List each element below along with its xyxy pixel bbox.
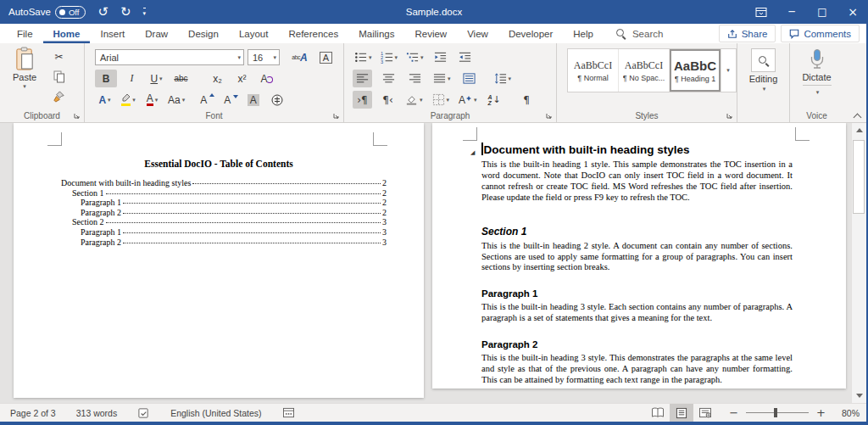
superscript-button[interactable]: x² — [232, 70, 252, 87]
italic-button[interactable]: I — [122, 70, 142, 87]
tab-references[interactable]: References — [278, 24, 348, 43]
asian-layout-button[interactable]: A ▾ — [457, 91, 479, 109]
format-painter-button[interactable] — [49, 87, 69, 104]
share-button[interactable]: Share — [719, 25, 776, 42]
borders-button[interactable]: ▾ — [431, 91, 452, 109]
text-highlight-button[interactable]: ▾ — [119, 91, 138, 109]
decrease-indent-button[interactable] — [431, 48, 450, 66]
scrollbar-thumb[interactable] — [853, 140, 865, 214]
comments-button[interactable]: Comments — [781, 25, 860, 42]
search-box[interactable]: Search — [615, 24, 663, 43]
distributed-button[interactable] — [459, 70, 479, 87]
tab-file[interactable]: File — [7, 24, 43, 43]
zoom-out-button[interactable]: − — [729, 406, 738, 419]
doc-heading[interactable]: Paragraph 1 — [481, 288, 793, 299]
tab-mailings[interactable]: Mailings — [348, 24, 404, 43]
styles-more-button[interactable]: ▾ — [721, 49, 733, 92]
toc-entry[interactable]: Paragraph 12 — [61, 198, 387, 208]
zoom-level[interactable]: 80% — [836, 408, 860, 418]
doc-paragraph[interactable]: This is the built-in heading 1 style. Th… — [481, 159, 793, 204]
text-effects-typography-button[interactable]: A — [257, 70, 276, 87]
minimize-button[interactable]: ─ — [776, 0, 807, 24]
style-normal[interactable]: AaBbCcI¶ Normal — [568, 49, 619, 92]
tab-draw[interactable]: Draw — [135, 24, 178, 43]
subscript-button[interactable]: x₂ — [208, 70, 227, 87]
doc-heading[interactable]: Paragraph 2 — [481, 338, 793, 350]
toc-entry[interactable]: Paragraph 23 — [61, 238, 387, 248]
character-border-button[interactable]: A — [316, 48, 336, 66]
show-hide-formatting-button[interactable]: ¶ — [517, 91, 537, 109]
left-to-right-button[interactable]: ›¶ — [353, 91, 372, 109]
font-size-combo[interactable]: 16 ▾ — [248, 49, 280, 65]
close-button[interactable]: × — [837, 0, 868, 24]
doc-paragraph[interactable]: This is the built-in heading 3 style. Th… — [481, 353, 793, 386]
editing-button[interactable]: Editing ▾ — [737, 47, 789, 92]
print-layout-button[interactable] — [670, 404, 693, 422]
increase-indent-button[interactable] — [455, 48, 475, 66]
character-shading-button[interactable]: A — [243, 91, 263, 109]
align-center-button[interactable] — [379, 70, 398, 87]
clipboard-dialog-launcher[interactable] — [74, 113, 81, 120]
paragraph-dialog-launcher[interactable] — [546, 113, 553, 120]
strikethrough-button[interactable]: abc — [171, 70, 191, 87]
redo-button[interactable]: ↻ — [120, 6, 131, 19]
phonetic-guide-button[interactable]: abcA — [290, 48, 309, 66]
toc-entry[interactable]: Document with built-in heading styles2 — [61, 178, 387, 188]
tab-insert[interactable]: Insert — [90, 24, 135, 43]
align-right-button[interactable] — [405, 70, 425, 87]
enclose-characters-button[interactable] — [267, 91, 287, 109]
toc-title[interactable]: Essential DocIO - Table of Contents — [14, 159, 424, 169]
line-spacing-button[interactable]: ▾ — [492, 70, 514, 87]
change-case-button[interactable]: Aa▾ — [166, 91, 186, 109]
customize-quick-access-button[interactable]: ▾ — [143, 8, 147, 17]
font-dialog-launcher[interactable] — [333, 113, 340, 120]
font-color-button[interactable]: A▾ — [142, 91, 162, 109]
toc-entry[interactable]: Section 12 — [61, 188, 387, 199]
shrink-font-button[interactable]: A — [220, 91, 239, 109]
language-button[interactable]: English (United States) — [160, 408, 271, 418]
doc-paragraph[interactable]: This is the built-in heading 2 style. A … — [481, 241, 793, 274]
tab-home[interactable]: Home — [43, 24, 91, 43]
page-content[interactable]: ◢Document with built-in heading stylesTh… — [432, 123, 846, 389]
copy-button[interactable] — [49, 68, 69, 85]
zoom-in-button[interactable]: + — [816, 406, 826, 419]
paste-button[interactable]: Paste ▾ — [7, 47, 42, 104]
style-no-spac[interactable]: AaBbCcI¶ No Spac... — [619, 49, 670, 92]
collapse-ribbon-button[interactable] — [854, 112, 861, 119]
scroll-up-button[interactable] — [852, 123, 866, 137]
bold-button[interactable]: B — [95, 70, 117, 87]
tab-design[interactable]: Design — [178, 24, 229, 43]
underline-button[interactable]: U▾ — [147, 70, 166, 87]
doc-heading[interactable]: ◢Document with built-in heading styles — [481, 143, 793, 157]
scroll-down-button[interactable] — [852, 389, 866, 403]
macro-recording-button[interactable] — [272, 407, 305, 418]
zoom-slider-thumb[interactable] — [774, 408, 777, 417]
page-indicator[interactable]: Page 2 of 3 — [0, 408, 66, 418]
page-toc[interactable]: Essential DocIO - Table of Contents Docu… — [14, 123, 424, 398]
toc-entry[interactable]: Paragraph 22 — [61, 208, 387, 218]
undo-button[interactable]: ↺ — [97, 6, 108, 19]
styles-dialog-launcher[interactable] — [726, 113, 733, 120]
proofing-status-button[interactable] — [127, 407, 160, 419]
read-mode-button[interactable] — [646, 404, 670, 422]
shading-button[interactable]: ▾ — [403, 91, 425, 109]
font-name-combo[interactable]: Arial ▾ — [95, 49, 244, 65]
style-heading-1[interactable]: AaBbC¶ Heading 1 — [670, 49, 721, 92]
right-to-left-button[interactable]: ¶‹ — [378, 91, 398, 109]
doc-heading[interactable]: Section 1 — [481, 226, 793, 238]
collapse-handle-icon[interactable]: ◢ — [470, 146, 475, 160]
tab-review[interactable]: Review — [404, 24, 457, 43]
justify-button[interactable]: ▾ — [431, 70, 453, 87]
dictate-button[interactable]: Dictate ▾ — [790, 47, 843, 96]
zoom-slider[interactable] — [746, 408, 809, 417]
maximize-button[interactable]: □ — [807, 0, 837, 24]
sort-button[interactable]: AZ ↓ — [485, 91, 504, 109]
multilevel-list-button[interactable]: ▾ — [404, 48, 426, 66]
tab-layout[interactable]: Layout — [229, 24, 279, 43]
bullets-button[interactable]: ▾ — [353, 48, 374, 66]
tab-help[interactable]: Help — [563, 24, 604, 43]
toc-entry[interactable]: Paragraph 13 — [61, 227, 387, 238]
word-count[interactable]: 313 words — [66, 408, 127, 418]
tab-developer[interactable]: Developer — [498, 24, 563, 43]
numbering-button[interactable]: 123 ▾ — [379, 48, 400, 66]
